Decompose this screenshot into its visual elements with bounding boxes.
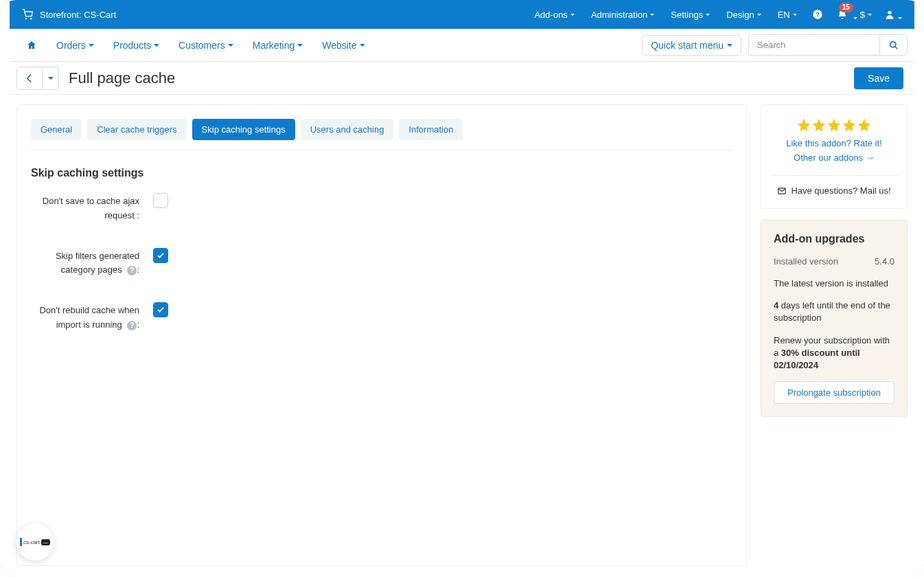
rate-link[interactable]: Like this addon? Rate it! [774,138,894,148]
back-dropdown[interactable] [42,67,58,89]
nav-products[interactable]: Products [104,29,169,62]
menu-administration[interactable]: Administration [583,0,662,29]
caret-down-icon [48,77,54,80]
logo-pill-icon: — [41,539,50,545]
caret-down-icon [360,44,365,47]
installed-version-row: Installed version 5.4.0 [774,256,894,267]
upgrade-box: Add-on upgrades Installed version 5.4.0 … [761,220,908,417]
field-import-running: Don't rebuild cache when import is runni… [31,302,732,332]
nav-orders[interactable]: Orders [47,29,104,62]
star-rating [774,117,894,133]
tab-users-and-caching[interactable]: Users and caching [301,119,394,140]
search-wrap [748,34,908,56]
check-icon [157,306,165,314]
help-icon[interactable]: ? [127,321,137,330]
user-icon [884,9,895,20]
renew-text: Renew your subscription with a 30% disco… [774,335,894,372]
cart-icon [22,9,33,20]
other-addons-link[interactable]: Other our addons → [774,152,894,163]
mail-us-link[interactable]: Have questions? Mail us! [774,185,894,196]
search-input[interactable] [749,35,879,55]
svg-point-5 [890,41,895,47]
caret-down-icon [793,14,797,16]
caret-down-icon [154,44,159,47]
checkbox-skip-filters[interactable] [153,248,168,263]
tab-general[interactable]: General [31,119,82,140]
top-bar: Storefront: CS-Cart Add-ons Administrati… [10,0,914,29]
svg-point-4 [888,11,891,14]
menu-language[interactable]: EN [770,0,805,29]
help-icon: ? [812,9,823,20]
menu-design[interactable]: Design [718,0,769,29]
checkbox-ajax-request[interactable] [153,193,168,208]
svg-text:?: ? [816,11,820,18]
mail-icon [777,186,787,196]
caret-down-icon [650,14,654,16]
star-icon [796,117,811,133]
field-skip-filters: Skip filters generated category pages ?: [31,248,732,278]
tab-information[interactable]: Information [399,119,463,140]
arrow-left-icon [24,73,35,84]
content-area: General Clear cache triggers Skip cachin… [10,95,914,576]
menu-settings[interactable]: Settings [662,0,718,29]
caret-down-icon [706,14,710,16]
menu-currency[interactable]: $ [855,0,877,29]
installed-version-label: Installed version [774,256,838,267]
prolongate-button[interactable]: Prolongate subscription [774,381,894,404]
nav-home[interactable] [16,29,47,62]
back-button[interactable] [17,67,42,89]
storefront-label: Storefront: CS-Cart [40,10,116,20]
installed-version-value: 5.4.0 [875,256,894,267]
notification-badge: 15 [839,3,853,12]
menu-addons[interactable]: Add-ons [526,0,582,29]
latest-version-text: The latest version is installed [774,278,894,290]
check-icon [157,251,165,260]
page-title: Full page cache [69,69,175,87]
field-ajax-request: Don't save to cache ajax request : [31,193,732,223]
nav-website[interactable]: Website [312,29,374,62]
save-button[interactable]: Save [854,67,903,89]
section-heading: Skip caching settings [31,167,732,179]
caret-down-icon [727,44,732,47]
svg-point-0 [25,18,26,19]
caret-down-icon [853,17,857,19]
star-icon [827,117,842,133]
sub-nav: Orders Products Customers Marketing Webs… [10,29,914,62]
tab-clear-cache-triggers[interactable]: Clear cache triggers [87,119,186,140]
caret-down-icon [898,17,902,19]
logo-bar-icon [20,538,22,546]
svg-point-1 [31,18,32,19]
help-button[interactable]: ? [805,0,830,29]
main-panel: General Clear cache triggers Skip cachin… [16,104,747,566]
caret-down-icon [868,14,872,16]
help-icon[interactable]: ? [127,266,137,275]
storefront-selector[interactable]: Storefront: CS-Cart [22,9,116,20]
svg-line-6 [894,46,897,49]
search-icon [889,41,899,50]
title-bar: Full page cache Save [10,62,914,95]
user-menu[interactable] [877,0,902,29]
home-icon [26,40,37,51]
floating-logo-button[interactable]: cs-cart — [16,523,54,561]
star-icon [857,117,872,133]
nav-customers[interactable]: Customers [169,29,243,62]
caret-down-icon [570,14,575,16]
rating-box: Like this addon? Rate it! Other our addo… [761,104,908,209]
right-column: Like this addon? Rate it! Other our addo… [761,104,908,417]
notifications-button[interactable]: 15 [830,0,855,29]
star-icon [811,117,827,133]
caret-down-icon [757,14,761,16]
back-group [16,67,59,90]
field-label: Don't save to cache ajax request : [31,193,148,223]
field-label: Skip filters generated category pages ?: [31,248,148,278]
quick-start-menu[interactable]: Quick start menu [642,35,741,56]
tabs: General Clear cache triggers Skip cachin… [31,119,732,150]
search-button[interactable] [879,35,907,55]
caret-down-icon [297,44,303,47]
tab-skip-caching-settings[interactable]: Skip caching settings [192,119,295,140]
checkbox-import-running[interactable] [153,302,168,317]
star-icon [842,117,857,133]
caret-down-icon [228,44,233,47]
field-label: Don't rebuild cache when import is runni… [31,302,148,332]
nav-marketing[interactable]: Marketing [243,29,312,62]
